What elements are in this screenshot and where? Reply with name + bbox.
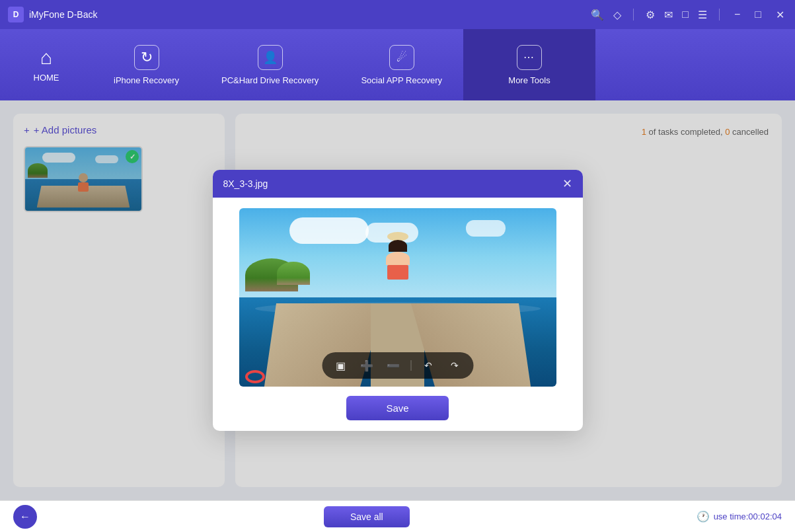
modal-close-button[interactable]: ✕ (562, 178, 572, 190)
nav-bar: ⌂ HOME ↻ iPhone Recovery 👤 PC&Hard Drive… (0, 29, 795, 100)
mbs-life-ring (245, 370, 265, 383)
app-logo: D (8, 7, 24, 22)
separator2 (719, 9, 720, 20)
nav-iphone-label: iPhone Recovery (114, 75, 179, 85)
title-bar: D iMyFone D-Back 🔍 ◇ ⚙ ✉ □ ☰ − □ ✕ (0, 0, 795, 29)
maximize-button[interactable]: □ (752, 7, 764, 22)
nav-pc-label: PC&Hard Drive Recovery (221, 75, 319, 85)
chat-icon[interactable]: □ (682, 9, 689, 20)
cloud1 (289, 217, 369, 244)
mail-icon[interactable]: ✉ (664, 9, 673, 21)
modal-title: 8X_3-3.jpg (223, 178, 268, 189)
left-panel: + + Add pictures ✓ (13, 114, 225, 487)
tasks-cancelled-text: cancelled (732, 127, 769, 137)
menu-icon[interactable]: ☰ (698, 9, 707, 21)
nav-item-iphone-recovery[interactable]: ↻ iPhone Recovery (93, 29, 200, 100)
separator (633, 9, 634, 20)
minimize-button[interactable]: − (732, 7, 743, 22)
mbs-shoulders (386, 252, 410, 265)
mbs-island2 (277, 262, 310, 285)
use-time-label: use time:00:02:04 (714, 512, 782, 521)
save-all-button[interactable]: Save all (324, 506, 410, 527)
clock-icon: 🕐 (697, 510, 710, 523)
search-icon[interactable]: 🔍 (591, 9, 604, 21)
nav-item-more-tools[interactable]: ⋯ More Tools (463, 29, 595, 100)
app-title: iMyFone D-Back (29, 9, 97, 20)
rotate-left-button[interactable]: ↶ (419, 356, 437, 375)
cloud3 (466, 220, 506, 237)
image-preview: ▣ ➕ ➖ ↶ ↷ (239, 208, 556, 387)
modal-save-button[interactable]: Save (346, 396, 448, 420)
rotate-right-button[interactable]: ↷ (445, 356, 464, 375)
cloud2 (95, 155, 118, 163)
bottom-bar: ← Save all 🕐 use time:00:02:04 (0, 500, 795, 532)
add-icon: + (24, 124, 30, 135)
back-button[interactable]: ← (13, 505, 37, 529)
image-preview-modal: 8X_3-3.jpg ✕ (213, 170, 583, 431)
expand-button[interactable]: ▣ (331, 356, 350, 375)
settings-icon[interactable]: ⚙ (646, 9, 655, 21)
person (77, 173, 89, 192)
person-head (79, 173, 88, 182)
image-toolbar: ▣ ➕ ➖ ↶ ↷ (322, 352, 473, 379)
nav-more-label: More Tools (508, 75, 550, 85)
island (28, 163, 48, 178)
use-time: 🕐 use time:00:02:04 (697, 510, 782, 523)
check-badge: ✓ (126, 150, 139, 163)
nav-item-home[interactable]: ⌂ HOME (0, 29, 93, 100)
add-pictures-label: + Add pictures (34, 124, 96, 135)
tasks-completed-count: 1 (642, 127, 646, 137)
more-tools-icon: ⋯ (517, 45, 542, 70)
add-pictures-button[interactable]: + + Add pictures (24, 124, 214, 135)
photo-thumbnail[interactable]: ✓ (24, 146, 143, 212)
title-bar-controls: 🔍 ◇ ⚙ ✉ □ ☰ − □ ✕ (591, 7, 787, 22)
tasks-completed-text: of tasks completed, (649, 127, 723, 137)
iphone-recovery-icon: ↻ (134, 45, 159, 70)
discord-icon[interactable]: ◇ (613, 9, 621, 21)
nav-item-social-app[interactable]: ☄ Social APP Recovery (340, 29, 463, 100)
pc-recovery-icon: 👤 (258, 45, 283, 70)
close-button[interactable]: ✕ (773, 7, 787, 22)
modal-header: 8X_3-3.jpg ✕ (213, 170, 583, 198)
zoom-in-button[interactable]: ➕ (358, 356, 376, 375)
social-app-icon: ☄ (389, 45, 414, 70)
zoom-out-button[interactable]: ➖ (384, 356, 402, 375)
tasks-status: 1 of tasks completed, 0 cancelled (642, 127, 769, 137)
title-bar-left: D iMyFone D-Back (8, 7, 97, 22)
mbs-top (387, 265, 408, 280)
cloud1 (42, 153, 75, 163)
toolbar-divider (410, 360, 411, 371)
person-body (78, 182, 89, 192)
nav-home-label: HOME (34, 73, 59, 83)
mbs-person (386, 232, 410, 280)
nav-social-label: Social APP Recovery (361, 75, 442, 85)
home-icon: ⌂ (40, 48, 52, 67)
nav-item-pc-recovery[interactable]: 👤 PC&Hard Drive Recovery (200, 29, 340, 100)
mbs-hair (389, 240, 407, 252)
boat-scene-thumb (25, 147, 141, 211)
modal-body: ▣ ➕ ➖ ↶ ↷ Save (213, 198, 583, 431)
tasks-cancelled-count: 0 (725, 127, 730, 137)
